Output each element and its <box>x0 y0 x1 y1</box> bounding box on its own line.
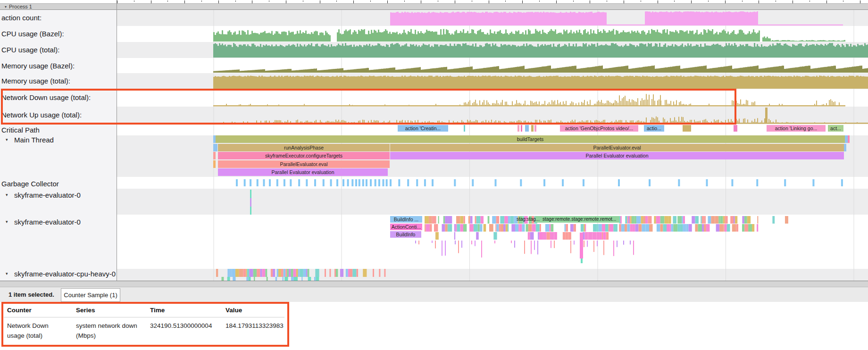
col-header-time[interactable]: Time <box>150 307 165 314</box>
timeline-slice[interactable]: Parallel Evaluator evaluation <box>390 152 844 159</box>
track-label-net-up: Network Up usage (total): <box>1 111 82 119</box>
timeline-slice[interactable] <box>213 152 216 159</box>
track-chart-mem-total[interactable] <box>213 75 868 89</box>
timeline-slice[interactable] <box>844 144 846 151</box>
selection-status: 1 item selected. <box>8 291 54 298</box>
timeline-slice[interactable] <box>464 125 465 132</box>
collapse-arrow[interactable]: ▾ <box>6 219 8 224</box>
ruler-tick-minor <box>776 0 776 2</box>
timeline-slice[interactable]: BuildInfo ... <box>390 216 422 223</box>
track-label-action-count: action count: <box>1 14 42 22</box>
cell-value: 184.1793113323983 <box>225 321 292 331</box>
details-panel: 1 item selected. Counter Sample (1) Coun… <box>0 287 868 350</box>
cell-counter: Network Down usage (total) <box>7 321 66 341</box>
track-label-mem-bazel: Memory usage (Bazel): <box>1 62 75 70</box>
trace-viewer: ▾Process 1 1 item selected. Counter Samp… <box>0 0 868 350</box>
ruler-tick-minor <box>505 0 506 2</box>
track-chart-cpu-heavy[interactable] <box>216 269 385 281</box>
ruler-tick-minor <box>134 0 134 2</box>
ruler-tick-minor <box>404 0 405 2</box>
timeline-slice[interactable]: action 'Linking go... <box>767 125 826 132</box>
horizontal-splitter[interactable] <box>0 281 868 287</box>
ruler-tick-minor <box>167 0 168 2</box>
ruler-tick-minor <box>303 0 303 2</box>
timeline-slice[interactable]: runAnalysisPhase <box>218 144 390 151</box>
process-header[interactable]: ▾Process 1 <box>0 3 868 10</box>
col-header-series[interactable]: Series <box>76 307 95 314</box>
track-label-cpu-heavy: skyframe-evaluator-cpu-heavy-0 <box>14 270 116 278</box>
collapse-arrow[interactable]: ▾ <box>6 137 8 142</box>
track-chart-net-up[interactable] <box>213 108 868 124</box>
timeline-slice[interactable]: Parallel Evaluator evaluation <box>218 168 388 176</box>
timeline-slice[interactable] <box>213 160 216 168</box>
track-chart-cpu-total[interactable] <box>213 43 868 58</box>
details-tab-bar: 1 item selected. Counter Sample (1) <box>0 287 868 302</box>
cell-series: system network down (Mbps) <box>76 321 142 341</box>
track-label-main-thread: Main Thread <box>14 136 54 144</box>
timeline-slice[interactable] <box>213 144 217 151</box>
ruler-tick-minor <box>438 0 438 2</box>
timeline-slice[interactable] <box>848 135 850 143</box>
timeline-slice[interactable]: ParallelEvaluator.eval <box>218 160 390 168</box>
track-chart-cpu-bazel[interactable] <box>213 29 845 42</box>
collapse-arrow[interactable]: ▾ <box>6 192 8 197</box>
timeline-slice[interactable] <box>525 125 529 132</box>
ruler-tick-minor <box>370 0 371 2</box>
ruler-tick-minor <box>607 0 607 2</box>
timeline-slice[interactable]: action 'Creatin... <box>398 125 448 132</box>
track-chart-action-count[interactable] <box>390 11 843 25</box>
track-label-sky1: skyframe-evaluator-0 <box>14 191 81 199</box>
timeline-slice[interactable] <box>517 125 519 132</box>
timeline-slice[interactable] <box>521 125 522 132</box>
counter-sample-table: Counter Series Time Value Network Down u… <box>0 302 302 350</box>
col-header-counter[interactable]: Counter <box>7 307 32 314</box>
tab-counter-sample[interactable]: Counter Sample (1) <box>61 288 120 302</box>
ruler-tick-minor <box>201 0 202 2</box>
track-label-cpu-bazel: CPU usage (Bazel): <box>1 30 64 38</box>
track-label-net-down: Network Down usage (total): <box>1 93 91 101</box>
timeline-slice[interactable]: buildTargets <box>216 135 845 143</box>
ruler-tick-minor <box>843 0 843 2</box>
time-ruler[interactable] <box>0 0 868 3</box>
overlapping-slice-label: stage:remote.stage:remote.remot... <box>542 217 618 222</box>
ruler-tick-minor <box>674 0 675 2</box>
track-label-cpu-total: CPU usage (total): <box>1 46 59 54</box>
ruler-tick-minor <box>573 0 574 2</box>
timeline-slice[interactable]: BuildInfo <box>390 231 421 238</box>
track-chart-sky2[interactable] <box>415 216 788 263</box>
timeline-slice[interactable]: actio... <box>644 125 664 132</box>
ruler-tick-minor <box>641 0 641 2</box>
ruler-tick-minor <box>472 0 472 2</box>
timeline-slice[interactable]: act... <box>828 125 843 132</box>
process-title: Process 1 <box>9 4 32 9</box>
timeline-slice[interactable]: action 'GenObjcProtos video/... <box>560 125 638 132</box>
track-chart-gc[interactable] <box>236 179 843 186</box>
track-chart-sky1[interactable] <box>250 190 251 215</box>
ruler-tick-minor <box>235 0 236 2</box>
timeline-slice[interactable]: ParallelEvaluator.eval <box>390 144 844 151</box>
ruler-tick-minor <box>336 0 337 2</box>
ruler-tick-minor <box>539 0 540 2</box>
track-chart-net-down[interactable] <box>213 94 845 106</box>
timeline-slice[interactable]: skyframeExecutor.configureTargets <box>218 152 390 159</box>
panel-divider[interactable] <box>117 0 117 281</box>
track-label-gc: Garbage Collector <box>1 180 59 188</box>
track-label-critical-path: Critical Path <box>1 126 40 134</box>
timeline-slice[interactable] <box>534 125 536 132</box>
track-label-sky2: skyframe-evaluator-0 <box>14 218 81 226</box>
timeline-slice[interactable] <box>531 125 534 132</box>
chevron-down-icon[interactable]: ▾ <box>5 5 7 9</box>
timeline-slice[interactable]: ActionConti... <box>390 224 422 230</box>
ruler-tick-minor <box>742 0 743 2</box>
timeline-slice[interactable] <box>683 125 691 132</box>
table-header-divider <box>4 317 284 317</box>
collapse-arrow[interactable]: ▾ <box>6 271 8 276</box>
ruler-tick-minor <box>708 0 709 2</box>
col-header-value[interactable]: Value <box>225 307 242 314</box>
ruler-tick-minor <box>269 0 269 2</box>
cell-time: 324190.51300000004 <box>150 321 225 331</box>
track-label-mem-total: Memory usage (total): <box>1 77 70 85</box>
track-chart-mem-bazel[interactable] <box>213 66 868 73</box>
ruler-tick-minor <box>810 0 810 2</box>
timeline-slice[interactable] <box>734 125 737 132</box>
